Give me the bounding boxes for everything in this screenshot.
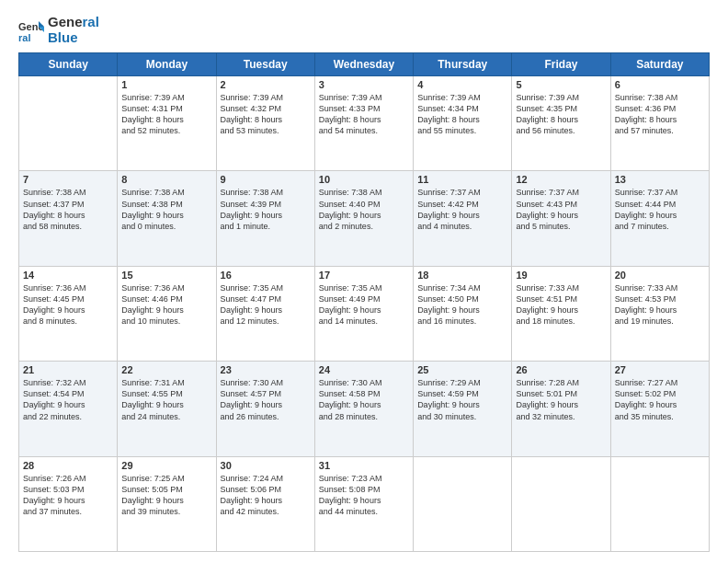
- calendar: SundayMondayTuesdayWednesdayThursdayFrid…: [18, 52, 710, 552]
- day-info: Sunrise: 7:33 AM Sunset: 4:53 PM Dayligh…: [615, 282, 705, 327]
- calendar-cell: 13Sunrise: 7:37 AM Sunset: 4:44 PM Dayli…: [610, 171, 709, 266]
- calendar-cell: 29Sunrise: 7:25 AM Sunset: 5:05 PM Dayli…: [118, 456, 216, 551]
- day-info: Sunrise: 7:39 AM Sunset: 4:31 PM Dayligh…: [121, 92, 211, 137]
- day-info: Sunrise: 7:35 AM Sunset: 4:47 PM Dayligh…: [221, 282, 311, 327]
- day-number: 15: [121, 270, 211, 281]
- day-number: 20: [615, 270, 705, 281]
- calendar-cell: 16Sunrise: 7:35 AM Sunset: 4:47 PM Dayli…: [216, 266, 314, 361]
- day-info: Sunrise: 7:36 AM Sunset: 4:45 PM Dayligh…: [23, 282, 113, 327]
- day-number: 13: [615, 174, 705, 185]
- day-info: Sunrise: 7:31 AM Sunset: 4:55 PM Dayligh…: [121, 377, 211, 422]
- weekday-header: Thursday: [414, 53, 512, 76]
- day-info: Sunrise: 7:38 AM Sunset: 4:38 PM Dayligh…: [121, 187, 211, 232]
- weekday-header: Friday: [512, 53, 610, 76]
- day-number: 9: [221, 174, 311, 185]
- calendar-cell: 2Sunrise: 7:39 AM Sunset: 4:32 PM Daylig…: [216, 76, 314, 171]
- day-info: Sunrise: 7:34 AM Sunset: 4:50 PM Dayligh…: [417, 282, 507, 327]
- day-info: Sunrise: 7:38 AM Sunset: 4:40 PM Dayligh…: [319, 187, 409, 232]
- day-number: 19: [516, 270, 606, 281]
- calendar-cell: [19, 76, 118, 171]
- calendar-week-row: 1Sunrise: 7:39 AM Sunset: 4:31 PM Daylig…: [19, 76, 710, 171]
- day-number: 4: [417, 79, 507, 90]
- logo-text: General Blue: [48, 15, 99, 45]
- calendar-cell: 8Sunrise: 7:38 AM Sunset: 4:38 PM Daylig…: [118, 171, 216, 266]
- calendar-cell: 28Sunrise: 7:26 AM Sunset: 5:03 PM Dayli…: [19, 456, 118, 551]
- calendar-cell: 9Sunrise: 7:38 AM Sunset: 4:39 PM Daylig…: [216, 171, 314, 266]
- calendar-cell: 5Sunrise: 7:39 AM Sunset: 4:35 PM Daylig…: [512, 76, 610, 171]
- day-number: 22: [121, 364, 211, 375]
- day-number: 1: [121, 79, 211, 90]
- calendar-cell: [512, 456, 610, 551]
- calendar-cell: 4Sunrise: 7:39 AM Sunset: 4:34 PM Daylig…: [414, 76, 512, 171]
- day-number: 25: [417, 364, 507, 375]
- calendar-body: 1Sunrise: 7:39 AM Sunset: 4:31 PM Daylig…: [19, 76, 710, 552]
- calendar-cell: 25Sunrise: 7:29 AM Sunset: 4:59 PM Dayli…: [414, 362, 512, 456]
- day-number: 14: [23, 270, 113, 281]
- day-info: Sunrise: 7:29 AM Sunset: 4:59 PM Dayligh…: [417, 377, 507, 422]
- calendar-cell: 10Sunrise: 7:38 AM Sunset: 4:40 PM Dayli…: [314, 171, 413, 266]
- logo: Gene ral General Blue: [18, 15, 99, 45]
- day-number: 10: [319, 174, 409, 185]
- calendar-cell: 1Sunrise: 7:39 AM Sunset: 4:31 PM Daylig…: [118, 76, 216, 171]
- day-info: Sunrise: 7:37 AM Sunset: 4:43 PM Dayligh…: [516, 187, 606, 232]
- day-number: 7: [23, 174, 113, 185]
- weekday-header: Monday: [118, 53, 216, 76]
- day-number: 16: [221, 270, 311, 281]
- day-number: 8: [121, 174, 211, 185]
- day-info: Sunrise: 7:35 AM Sunset: 4:49 PM Dayligh…: [319, 282, 409, 327]
- day-info: Sunrise: 7:24 AM Sunset: 5:06 PM Dayligh…: [221, 473, 311, 518]
- day-info: Sunrise: 7:28 AM Sunset: 5:01 PM Dayligh…: [516, 377, 606, 422]
- day-info: Sunrise: 7:36 AM Sunset: 4:46 PM Dayligh…: [121, 282, 211, 327]
- day-info: Sunrise: 7:32 AM Sunset: 4:54 PM Dayligh…: [23, 377, 113, 422]
- calendar-cell: 18Sunrise: 7:34 AM Sunset: 4:50 PM Dayli…: [414, 266, 512, 361]
- calendar-cell: 27Sunrise: 7:27 AM Sunset: 5:02 PM Dayli…: [610, 362, 709, 456]
- calendar-cell: 19Sunrise: 7:33 AM Sunset: 4:51 PM Dayli…: [512, 266, 610, 361]
- calendar-cell: 3Sunrise: 7:39 AM Sunset: 4:33 PM Daylig…: [314, 76, 413, 171]
- day-info: Sunrise: 7:25 AM Sunset: 5:05 PM Dayligh…: [121, 473, 211, 518]
- day-number: 3: [319, 79, 409, 90]
- calendar-cell: [610, 456, 709, 551]
- day-info: Sunrise: 7:38 AM Sunset: 4:36 PM Dayligh…: [615, 92, 705, 137]
- calendar-cell: 6Sunrise: 7:38 AM Sunset: 4:36 PM Daylig…: [610, 76, 709, 171]
- calendar-cell: 12Sunrise: 7:37 AM Sunset: 4:43 PM Dayli…: [512, 171, 610, 266]
- calendar-week-row: 7Sunrise: 7:38 AM Sunset: 4:37 PM Daylig…: [19, 171, 710, 266]
- day-info: Sunrise: 7:37 AM Sunset: 4:44 PM Dayligh…: [615, 187, 705, 232]
- day-info: Sunrise: 7:30 AM Sunset: 4:58 PM Dayligh…: [319, 377, 409, 422]
- page: Gene ral General Blue SundayMondayTuesda…: [0, 0, 728, 563]
- day-number: 17: [319, 270, 409, 281]
- day-number: 2: [221, 79, 311, 90]
- header: Gene ral General Blue: [18, 15, 710, 45]
- weekday-row: SundayMondayTuesdayWednesdayThursdayFrid…: [19, 53, 710, 76]
- day-info: Sunrise: 7:39 AM Sunset: 4:33 PM Dayligh…: [319, 92, 409, 137]
- calendar-header: SundayMondayTuesdayWednesdayThursdayFrid…: [19, 53, 710, 76]
- calendar-cell: 11Sunrise: 7:37 AM Sunset: 4:42 PM Dayli…: [414, 171, 512, 266]
- day-number: 29: [121, 460, 211, 471]
- day-info: Sunrise: 7:38 AM Sunset: 4:39 PM Dayligh…: [221, 187, 311, 232]
- calendar-cell: 14Sunrise: 7:36 AM Sunset: 4:45 PM Dayli…: [19, 266, 118, 361]
- day-info: Sunrise: 7:27 AM Sunset: 5:02 PM Dayligh…: [615, 377, 705, 422]
- day-number: 6: [615, 79, 705, 90]
- calendar-week-row: 21Sunrise: 7:32 AM Sunset: 4:54 PM Dayli…: [19, 362, 710, 456]
- day-number: 28: [23, 460, 113, 471]
- day-info: Sunrise: 7:39 AM Sunset: 4:34 PM Dayligh…: [417, 92, 507, 137]
- day-number: 12: [516, 174, 606, 185]
- calendar-cell: 17Sunrise: 7:35 AM Sunset: 4:49 PM Dayli…: [314, 266, 413, 361]
- day-info: Sunrise: 7:38 AM Sunset: 4:37 PM Dayligh…: [23, 187, 113, 232]
- calendar-cell: 15Sunrise: 7:36 AM Sunset: 4:46 PM Dayli…: [118, 266, 216, 361]
- calendar-cell: 31Sunrise: 7:23 AM Sunset: 5:08 PM Dayli…: [314, 456, 413, 551]
- calendar-week-row: 28Sunrise: 7:26 AM Sunset: 5:03 PM Dayli…: [19, 456, 710, 551]
- day-info: Sunrise: 7:30 AM Sunset: 4:57 PM Dayligh…: [221, 377, 311, 422]
- day-info: Sunrise: 7:39 AM Sunset: 4:35 PM Dayligh…: [516, 92, 606, 137]
- weekday-header: Wednesday: [314, 53, 413, 76]
- day-number: 18: [417, 270, 507, 281]
- day-info: Sunrise: 7:39 AM Sunset: 4:32 PM Dayligh…: [221, 92, 311, 137]
- day-number: 21: [23, 364, 113, 375]
- calendar-cell: 20Sunrise: 7:33 AM Sunset: 4:53 PM Dayli…: [610, 266, 709, 361]
- day-number: 27: [615, 364, 705, 375]
- day-info: Sunrise: 7:33 AM Sunset: 4:51 PM Dayligh…: [516, 282, 606, 327]
- day-info: Sunrise: 7:37 AM Sunset: 4:42 PM Dayligh…: [417, 187, 507, 232]
- weekday-header: Saturday: [610, 53, 709, 76]
- calendar-cell: 21Sunrise: 7:32 AM Sunset: 4:54 PM Dayli…: [19, 362, 118, 456]
- weekday-header: Sunday: [19, 53, 118, 76]
- calendar-cell: 24Sunrise: 7:30 AM Sunset: 4:58 PM Dayli…: [314, 362, 413, 456]
